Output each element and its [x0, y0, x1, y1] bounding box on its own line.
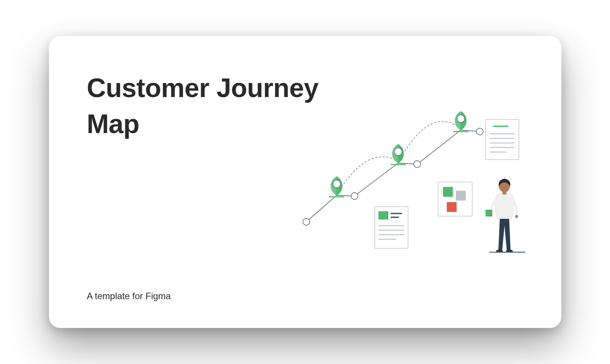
svg-point-2 [394, 148, 402, 155]
location-pin-icon [391, 144, 406, 165]
svg-point-26 [496, 249, 503, 253]
svg-point-27 [506, 249, 513, 253]
svg-point-33 [499, 186, 501, 188]
document-card-icon [485, 119, 519, 160]
svg-rect-16 [456, 191, 466, 201]
node-circle-icon [476, 128, 483, 135]
svg-point-0 [333, 180, 340, 188]
svg-rect-7 [378, 211, 388, 220]
journey-illustration [288, 82, 531, 264]
location-pin-icon [453, 111, 468, 132]
dashed-arc-icon [337, 157, 398, 193]
node-circle-icon [303, 218, 310, 225]
svg-point-4 [457, 115, 465, 122]
location-pin-icon [329, 176, 344, 197]
node-circle-icon [351, 193, 358, 199]
dashed-arc-icon [399, 121, 461, 161]
tile-card-icon [438, 182, 472, 216]
person-figure-icon [485, 179, 525, 253]
document-card-icon [375, 207, 408, 248]
node-circle-icon [414, 161, 421, 168]
svg-point-30 [515, 215, 518, 218]
template-subtitle: A template for Figma [87, 291, 171, 301]
template-card: Customer Journey Map A template for Figm… [49, 36, 561, 328]
svg-point-29 [489, 213, 492, 217]
svg-rect-17 [447, 202, 457, 212]
svg-rect-18 [485, 119, 519, 160]
svg-rect-15 [443, 187, 453, 197]
